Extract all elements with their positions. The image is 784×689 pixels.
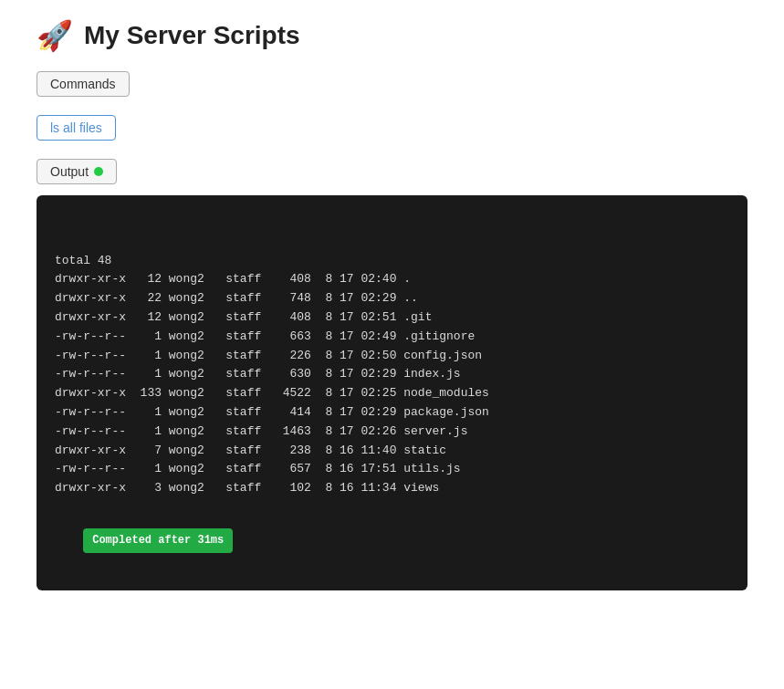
commands-button[interactable]: Commands (37, 71, 130, 97)
output-status-dot (94, 167, 103, 176)
completed-badge: Completed after 31ms (83, 528, 233, 553)
page-header: 🚀 My Server Scripts (0, 0, 784, 62)
page-title: My Server Scripts (84, 21, 300, 50)
output-label: Output (50, 164, 89, 179)
content-area: Commands ls all files Output total 48 dr… (0, 62, 784, 609)
output-header-button[interactable]: Output (37, 159, 117, 184)
terminal-text: total 48 drwxr-xr-x 12 wong2 staff 408 8… (55, 252, 729, 498)
ls-all-files-button[interactable]: ls all files (37, 115, 116, 141)
rocket-icon: 🚀 (37, 18, 73, 53)
terminal-output: total 48 drwxr-xr-x 12 wong2 staff 408 8… (37, 195, 747, 590)
